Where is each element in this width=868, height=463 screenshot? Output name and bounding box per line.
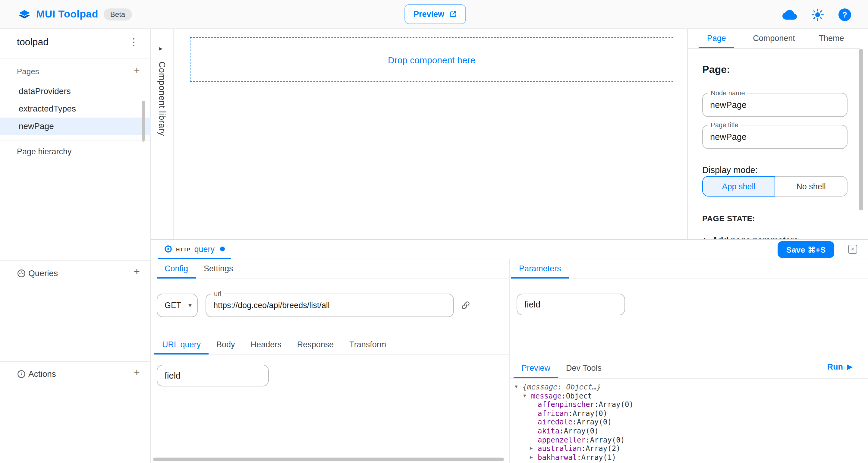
tree-value: Array(0): [572, 409, 608, 418]
plus-icon: +: [702, 234, 707, 239]
query-type-label: HTTP: [176, 247, 190, 253]
tree-key: african: [538, 409, 572, 418]
tab-response[interactable]: Response: [289, 335, 342, 354]
inspector-heading: Page:: [702, 64, 730, 76]
close-glyph: ✕: [850, 247, 855, 252]
tree-key: bakharwal: [538, 453, 581, 462]
disclosure-collapsed-icon[interactable]: ▶: [530, 444, 538, 453]
horizontal-scrollbar-thumb[interactable]: [153, 458, 504, 461]
tab-url-query[interactable]: URL query: [154, 335, 209, 354]
toggle-no-shell[interactable]: No shell: [775, 176, 847, 196]
tree-value: Array(2): [586, 444, 621, 453]
run-button[interactable]: Run ▶: [827, 362, 852, 371]
parameters-input[interactable]: [517, 294, 624, 315]
tab-component[interactable]: Component: [745, 29, 803, 48]
chevron-down-icon: ▾: [188, 302, 192, 309]
actions-label: Actions: [28, 369, 56, 379]
toolpad-logo-icon: [18, 8, 31, 21]
tree-entry-row: ▶ bakharwal Array(1): [515, 453, 868, 462]
request-detail-tabs: URL query Body Headers Response Transfor…: [151, 335, 509, 355]
disclosure-collapsed-icon[interactable]: ▶: [530, 453, 538, 462]
page-title-label: Page title: [708, 121, 741, 128]
component-library-label[interactable]: Component library: [157, 61, 167, 136]
tree-value: Object: [566, 392, 592, 400]
tree-value: Array(0): [590, 436, 625, 444]
external-link-icon: [449, 10, 457, 18]
help-icon[interactable]: ?: [838, 8, 851, 21]
expand-library-icon[interactable]: ▸: [159, 44, 162, 53]
disclosure-expanded-icon[interactable]: ▼: [523, 392, 531, 400]
sidebar-item-extractedtypes[interactable]: extractedTypes: [0, 100, 151, 118]
inspector-scrollbar-thumb[interactable]: [859, 49, 863, 210]
tree-value: Array(0): [564, 427, 599, 436]
add-page-icon[interactable]: +: [131, 64, 142, 76]
toggle-app-shell[interactable]: App shell: [702, 176, 775, 196]
close-panel-icon[interactable]: ✕: [848, 245, 857, 254]
tab-config[interactable]: Config: [157, 259, 196, 279]
page-canvas: Drop component here: [174, 29, 687, 239]
inspector-tabs: Page Component Theme: [688, 29, 860, 49]
add-action-icon[interactable]: +: [131, 367, 142, 379]
disclosure-expanded-icon[interactable]: ▼: [515, 383, 523, 392]
preview-button[interactable]: Preview: [404, 4, 466, 24]
project-menu-icon[interactable]: ⋮: [128, 36, 139, 48]
project-header: toolpad ⋮: [0, 29, 150, 58]
inspector-panel: Page Component Theme Page: Node name Pag…: [687, 29, 868, 239]
link-icon[interactable]: [461, 300, 471, 313]
preview-button-label: Preview: [413, 10, 444, 19]
tree-entry-row: african Array(0): [515, 409, 868, 418]
sidebar-scrollbar-thumb[interactable]: [142, 101, 145, 142]
sidebar-item-newpage[interactable]: newPage: [0, 118, 151, 135]
run-button-label: Run: [827, 362, 843, 371]
tree-value: Array(0): [598, 400, 633, 409]
actions-icon: [17, 370, 26, 381]
tab-theme[interactable]: Theme: [803, 29, 860, 48]
tree-entry-row: appenzeller Array(0): [515, 436, 868, 444]
add-page-parameters-button[interactable]: + Add page parameters: [702, 234, 798, 239]
query-preview-section: Parameters Preview Dev Tools Run ▶ ▼: [509, 259, 868, 463]
sidebar: toolpad ⋮ Pages + dataProviders extracte…: [0, 29, 151, 463]
tab-settings[interactable]: Settings: [196, 259, 241, 279]
tab-parameters[interactable]: Parameters: [511, 259, 569, 279]
drop-target[interactable]: Drop component here: [190, 37, 673, 82]
add-page-parameters-label: Add page parameters: [712, 234, 798, 239]
sidebar-item-dataproviders[interactable]: dataProviders: [0, 83, 151, 100]
unsaved-indicator-dot: [220, 247, 225, 251]
url-query-input[interactable]: [157, 365, 268, 386]
tab-preview[interactable]: Preview: [514, 359, 558, 378]
request-row: GET ▾ url: [151, 294, 509, 318]
page-title-input[interactable]: [703, 125, 847, 148]
tab-dev-tools[interactable]: Dev Tools: [558, 359, 610, 378]
url-query-field: [157, 365, 269, 387]
display-mode-label: Display mode:: [702, 165, 758, 175]
tab-body[interactable]: Body: [209, 335, 243, 354]
page-title-field: Page title: [702, 125, 847, 149]
cloud-sync-icon[interactable]: [782, 9, 797, 20]
tree-key: message: [531, 392, 566, 400]
tree-root-row: ▼ {message: Object…}: [515, 383, 868, 392]
tab-transform[interactable]: Transform: [341, 335, 394, 354]
result-tree: ▼ {message: Object…} ▼ message Object af…: [510, 379, 868, 463]
app-header: MUI Toolpad Beta Preview: [0, 0, 868, 29]
method-select[interactable]: GET ▾: [157, 294, 198, 317]
query-name-label: query: [194, 244, 215, 253]
parameters-field: [517, 294, 625, 315]
query-tab[interactable]: HTTP query: [158, 240, 231, 259]
node-name-input[interactable]: [703, 93, 847, 116]
beta-badge: Beta: [104, 8, 132, 21]
method-value: GET: [164, 301, 181, 310]
tree-root-preview: {message: Object…}: [523, 383, 601, 392]
parameters-tabs: Parameters: [510, 259, 868, 279]
tab-page[interactable]: Page: [688, 29, 745, 48]
save-button[interactable]: Save ⌘+S: [778, 241, 834, 258]
theme-toggle-sun-icon[interactable]: [811, 8, 824, 21]
query-editor-panel: HTTP query Save ⌘+S ✕ Config Settings GE…: [151, 239, 868, 463]
add-query-icon[interactable]: +: [131, 266, 142, 278]
http-query-icon: [164, 245, 173, 253]
actions-section: Actions +: [0, 362, 150, 386]
tree-entry-row: airedale Array(0): [515, 418, 868, 427]
url-input[interactable]: [206, 294, 453, 316]
display-mode-toggle: App shell No shell: [702, 176, 847, 196]
tab-headers[interactable]: Headers: [243, 335, 289, 354]
page-hierarchy-label: Page hierarchy: [17, 147, 72, 156]
